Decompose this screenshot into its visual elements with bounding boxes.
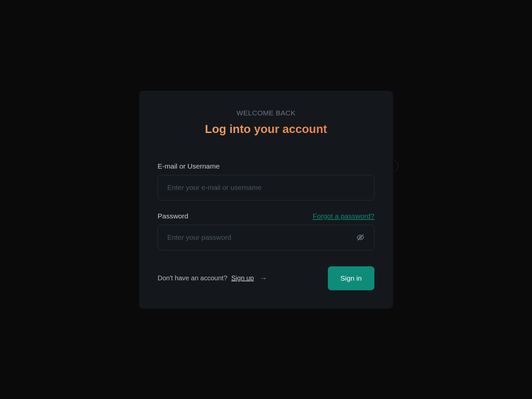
signin-button[interactable]: Sign in: [328, 266, 374, 290]
forgot-password-link[interactable]: Forgot a password?: [313, 212, 374, 220]
page-title: Log into your account: [158, 122, 374, 136]
login-card: WELCOME BACK Log into your account E-mai…: [139, 91, 393, 309]
email-field-group: E-mail or Username: [158, 162, 374, 200]
eye-off-icon[interactable]: [356, 233, 365, 242]
email-label: E-mail or Username: [158, 162, 220, 170]
email-input[interactable]: [167, 184, 365, 192]
password-label: Password: [158, 212, 188, 220]
signup-link[interactable]: Sign up: [231, 274, 254, 282]
password-input[interactable]: [167, 233, 356, 241]
password-field-group: Password Forgot a password?: [158, 212, 374, 250]
footer-row: Don't have an account? Sign up → Sign in: [158, 266, 374, 290]
signup-prompt-text: Don't have an account?: [158, 274, 227, 282]
password-input-wrapper: [158, 225, 374, 250]
welcome-text: WELCOME BACK: [158, 109, 374, 117]
signup-prompt-row: Don't have an account? Sign up →: [158, 274, 267, 283]
email-input-wrapper: [158, 175, 374, 200]
arrow-right-icon: →: [260, 274, 267, 283]
